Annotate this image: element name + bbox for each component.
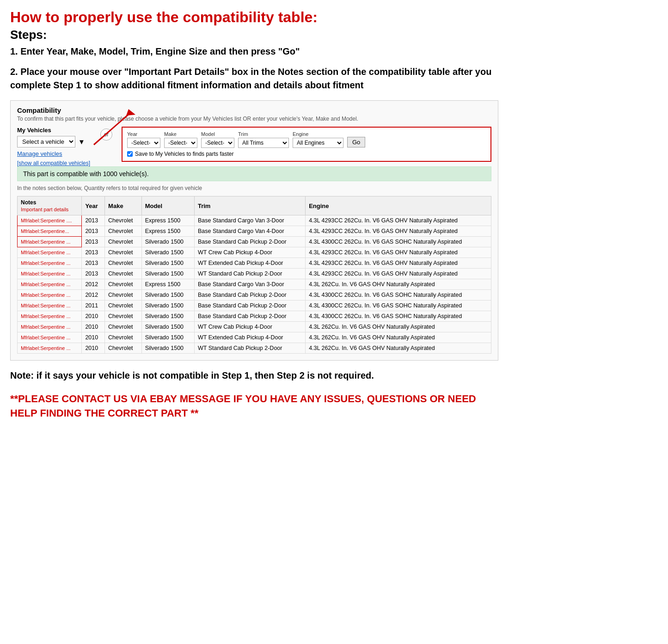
compatible-banner: This part is compatible with 1000 vehicl…	[17, 166, 491, 181]
main-title: How to properly use the compatibility ta…	[10, 8, 498, 26]
model-cell: Silverado 1500	[141, 343, 194, 354]
year-cell: 2010	[82, 311, 105, 322]
contact-text: **PLEASE CONTACT US VIA EBAY MESSAGE IF …	[10, 392, 498, 421]
engine-cell: 4.3L 262Cu. In. V6 GAS OHV Naturally Asp…	[306, 279, 491, 290]
notes-cell: Mfrlabel:Serpentine ...	[18, 258, 82, 269]
model-cell: Silverado 1500	[141, 269, 194, 279]
dropdown-arrow-icon: ▼	[78, 138, 85, 146]
engine-cell: 4.3L 4293CC 262Cu. In. V6 GAS OHV Natura…	[306, 247, 491, 258]
make-cell: Chevrolet	[105, 258, 142, 269]
table-row: Mfrlabel:Serpentine ... 2013 Chevrolet S…	[18, 258, 491, 269]
engine-header: Engine	[306, 196, 491, 215]
trim-cell: WT Crew Cab Pickup 4-Door	[194, 322, 305, 332]
trim-cell: WT Extended Cab Pickup 4-Door	[194, 332, 305, 343]
engine-cell: 4.3L 262Cu. In. V6 GAS OHV Naturally Asp…	[306, 332, 491, 343]
year-cell: 2011	[82, 301, 105, 311]
make-cell: Chevrolet	[105, 215, 142, 226]
model-field: Model -Select-	[201, 131, 234, 148]
trim-field: Trim All Trims	[238, 131, 289, 148]
engine-cell: 4.3L 4300CC 262Cu. In. V6 GAS SOHC Natur…	[306, 311, 491, 322]
table-row: Mfrlabel:Serpentine .... 2013 Chevrolet …	[18, 215, 491, 226]
engine-cell: 4.3L 4293CC 262Cu. In. V6 GAS OHV Natura…	[306, 269, 491, 279]
year-select[interactable]: -Select-	[127, 138, 160, 148]
or-divider: or	[100, 129, 112, 141]
compat-title: Compatibility	[17, 106, 491, 114]
make-cell: Chevrolet	[105, 269, 142, 279]
engine-cell: 4.3L 4293CC 262Cu. In. V6 GAS OHV Natura…	[306, 226, 491, 237]
step1-text: 1. Enter Year, Make, Model, Trim, Engine…	[10, 45, 498, 58]
compatibility-table: Notes Important part details Year Make M…	[17, 196, 491, 354]
notes-cell: Mfrlabel:Serpentine ....	[18, 215, 82, 226]
make-cell: Chevrolet	[105, 311, 142, 322]
notes-cell: Mfrlabel:Serpentine ...	[18, 301, 82, 311]
table-row: Mfrlabel:Serpentine ... 2012 Chevrolet S…	[18, 290, 491, 301]
notes-header: Notes Important part details	[18, 196, 82, 215]
model-select[interactable]: -Select-	[201, 138, 234, 148]
table-row: Mfrlabel:Serpentine ... 2010 Chevrolet S…	[18, 311, 491, 322]
engine-cell: 4.3L 4293CC 262Cu. In. V6 GAS OHV Natura…	[306, 215, 491, 226]
compatibility-section: Compatibility To confirm that this part …	[10, 100, 498, 361]
manage-vehicles-link[interactable]: Manage vehicles	[17, 150, 91, 157]
year-cell: 2010	[82, 322, 105, 332]
vehicle-select[interactable]: Select a vehicle	[17, 136, 75, 147]
trim-cell: Base Standard Cab Pickup 2-Door	[194, 290, 305, 301]
table-row: Mfrlabel:Serpentine ... 2013 Chevrolet S…	[18, 237, 491, 247]
make-cell: Chevrolet	[105, 332, 142, 343]
engine-select[interactable]: All Engines	[293, 138, 343, 148]
table-header-row: Notes Important part details Year Make M…	[18, 196, 491, 215]
model-cell: Silverado 1500	[141, 258, 194, 269]
model-cell: Silverado 1500	[141, 311, 194, 322]
make-field: Make -Select-	[164, 131, 197, 148]
model-cell: Silverado 1500	[141, 237, 194, 247]
engine-cell: 4.3L 262Cu. In. V6 GAS OHV Naturally Asp…	[306, 322, 491, 332]
compat-subtitle: To confirm that this part fits your vehi…	[17, 116, 491, 122]
model-cell: Silverado 1500	[141, 301, 194, 311]
model-cell: Express 1500	[141, 279, 194, 290]
my-vehicles-label: My Vehicles	[17, 127, 91, 134]
table-row: Mfrlabel:Serpentine ... 2013 Chevrolet S…	[18, 247, 491, 258]
make-header: Make	[105, 196, 142, 215]
show-all-link[interactable]: [show all compatible vehicles]	[17, 160, 91, 166]
save-row: Save to My Vehicles to finds parts faste…	[127, 151, 486, 157]
make-cell: Chevrolet	[105, 226, 142, 237]
save-checkbox[interactable]	[127, 151, 133, 157]
make-cell: Chevrolet	[105, 322, 142, 332]
ymm-section: Year -Select- Make -Select- Model -Selec…	[122, 127, 491, 162]
year-cell: 2013	[82, 247, 105, 258]
trim-select[interactable]: All Trims	[238, 138, 289, 148]
notes-cell: Mfrlabel:Serpentine ...	[18, 269, 82, 279]
year-header: Year	[82, 196, 105, 215]
year-cell: 2013	[82, 269, 105, 279]
notes-cell: Mfrlabel:Serpentine ...	[18, 237, 82, 247]
notes-cell: Mfrlabel:Serpentine ...	[18, 311, 82, 322]
model-cell: Silverado 1500	[141, 247, 194, 258]
engine-cell: 4.3L 4300CC 262Cu. In. V6 GAS SOHC Natur…	[306, 237, 491, 247]
year-cell: 2010	[82, 332, 105, 343]
table-row: Mfrlabel:Serpentine... 2013 Chevrolet Ex…	[18, 226, 491, 237]
go-button[interactable]: Go	[347, 137, 365, 147]
trim-cell: Base Standard Cargo Van 4-Door	[194, 226, 305, 237]
notes-cell: Mfrlabel:Serpentine...	[18, 226, 82, 237]
model-cell: Silverado 1500	[141, 322, 194, 332]
notes-cell: Mfrlabel:Serpentine ...	[18, 343, 82, 354]
year-cell: 2010	[82, 343, 105, 354]
year-cell: 2013	[82, 226, 105, 237]
notes-cell: Mfrlabel:Serpentine ...	[18, 322, 82, 332]
make-cell: Chevrolet	[105, 301, 142, 311]
trim-cell: Base Standard Cargo Van 3-Door	[194, 215, 305, 226]
engine-cell: 4.3L 262Cu. In. V6 GAS OHV Naturally Asp…	[306, 343, 491, 354]
table-row: Mfrlabel:Serpentine ... 2010 Chevrolet S…	[18, 322, 491, 332]
model-cell: Express 1500	[141, 215, 194, 226]
make-cell: Chevrolet	[105, 279, 142, 290]
year-cell: 2012	[82, 279, 105, 290]
trim-cell: WT Extended Cab Pickup 4-Door	[194, 258, 305, 269]
trim-cell: WT Standard Cab Pickup 2-Door	[194, 343, 305, 354]
note-text: Note: if it says your vehicle is not com…	[10, 369, 498, 382]
year-field: Year -Select-	[127, 131, 160, 148]
make-cell: Chevrolet	[105, 343, 142, 354]
table-row: Mfrlabel:Serpentine ... 2012 Chevrolet E…	[18, 279, 491, 290]
engine-cell: 4.3L 4300CC 262Cu. In. V6 GAS SOHC Natur…	[306, 301, 491, 311]
notes-cell: Mfrlabel:Serpentine ...	[18, 247, 82, 258]
make-select[interactable]: -Select-	[164, 138, 197, 148]
model-cell: Silverado 1500	[141, 290, 194, 301]
